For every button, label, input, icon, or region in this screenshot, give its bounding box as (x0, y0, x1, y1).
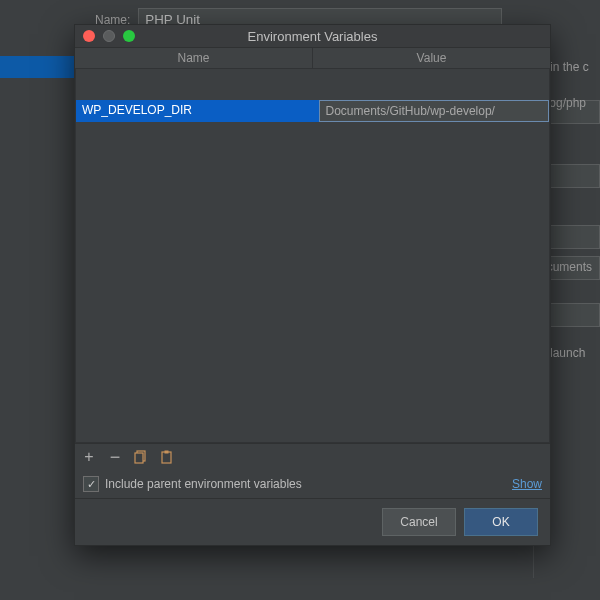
zoom-icon[interactable] (123, 30, 135, 42)
dialog-footer: Cancel OK (75, 498, 550, 545)
column-header-value: Value (313, 48, 550, 68)
env-vars-table[interactable]: WP_DEVELOP_DIR (75, 69, 550, 443)
env-vars-dialog: Environment Variables Name Value WP_DEVE… (74, 24, 551, 546)
paste-icon[interactable] (159, 449, 175, 465)
svg-rect-1 (135, 453, 143, 463)
window-controls (83, 30, 135, 42)
dialog-titlebar[interactable]: Environment Variables (75, 25, 550, 48)
table-header: Name Value (75, 48, 550, 69)
parent-sidebar-selection (0, 56, 80, 78)
include-parent-label: Include parent environment variables (105, 477, 302, 491)
svg-rect-3 (165, 451, 169, 454)
env-var-value-input[interactable] (319, 100, 550, 122)
dialog-title: Environment Variables (75, 29, 550, 44)
remove-row-button[interactable]: − (107, 449, 123, 465)
show-link[interactable]: Show (512, 477, 542, 491)
add-row-button[interactable]: + (81, 449, 97, 465)
env-var-name-cell[interactable]: WP_DEVELOP_DIR (76, 100, 319, 122)
close-icon[interactable] (83, 30, 95, 42)
cancel-button[interactable]: Cancel (382, 508, 456, 536)
table-row[interactable]: WP_DEVELOP_DIR (76, 100, 549, 122)
table-toolbar: + − (75, 443, 550, 470)
ok-button[interactable]: OK (464, 508, 538, 536)
minimize-icon (103, 30, 115, 42)
include-parent-row: Include parent environment variables Sho… (75, 470, 550, 498)
svg-rect-2 (162, 452, 171, 463)
include-parent-checkbox[interactable] (83, 476, 99, 492)
table-empty-row (76, 69, 549, 100)
copy-icon[interactable] (133, 449, 149, 465)
column-header-name: Name (75, 48, 313, 68)
